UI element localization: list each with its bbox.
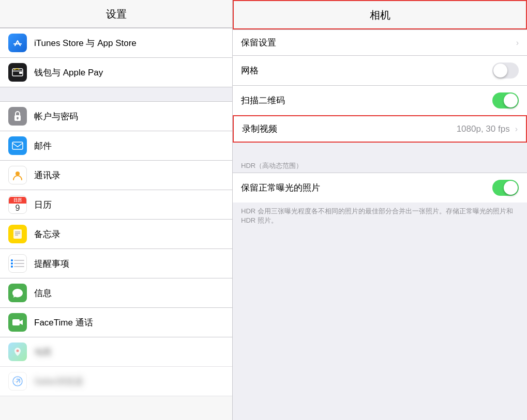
main-panel: 相机 保留设置 › 网格 扫描二维码 <box>233 0 527 420</box>
sidebar-item-accounts[interactable]: 帐户与密码 <box>0 102 232 131</box>
main-title: 相机 <box>370 9 390 21</box>
keepnormal-toggle[interactable] <box>492 180 519 196</box>
mail-icon <box>8 136 27 155</box>
sidebar: 设置 iTunes Store 与 App Store <box>0 0 233 420</box>
messages-icon <box>8 284 27 302</box>
main-header: 相机 <box>233 0 527 29</box>
svg-rect-12 <box>12 319 20 325</box>
settings-section-3: 保留正常曝光的照片 <box>233 173 527 203</box>
sidebar-separator-1 <box>0 87 232 102</box>
scanqr-toggle-knob <box>504 94 518 107</box>
facetime-icon <box>8 313 27 332</box>
grid-label: 网格 <box>241 65 492 76</box>
sidebar-item-contacts[interactable]: 通讯录 <box>0 161 232 190</box>
sidebar-item-facetime[interactable]: FaceTime 通话 <box>0 308 232 337</box>
sidebar-item-messages-label: 信息 <box>34 287 52 299</box>
sidebar-item-appstore-label: iTunes Store 与 App Store <box>34 37 137 49</box>
sidebar-header: 设置 <box>0 0 232 28</box>
preserve-settings-label: 保留设置 <box>241 37 514 49</box>
settings-section-2-highlighted: 录制视频 1080p, 30 fps › <box>233 115 527 143</box>
recordvideo-label: 录制视频 <box>242 123 457 135</box>
grid-toggle-knob <box>493 64 507 77</box>
sidebar-item-mail-label: 邮件 <box>34 140 52 152</box>
sidebar-item-notes[interactable]: 备忘录 <box>0 220 232 249</box>
sidebar-item-reminders[interactable]: 提醒事项 <box>0 249 232 278</box>
notes-icon <box>8 225 27 243</box>
reminders-icon <box>8 254 27 273</box>
sidebar-title: 设置 <box>106 8 127 20</box>
sidebar-item-reminders-label: 提醒事项 <box>34 258 69 270</box>
password-icon <box>8 107 27 126</box>
sidebar-item-appstore[interactable]: iTunes Store 与 App Store <box>0 28 232 58</box>
main-content: 保留设置 › 网格 扫描二维码 <box>233 29 527 420</box>
sidebar-item-wallet[interactable]: 钱包与 Apple Pay <box>0 58 232 87</box>
sidebar-item-mail[interactable]: 邮件 <box>0 131 232 161</box>
sidebar-item-messages[interactable]: 信息 <box>0 278 232 308</box>
sidebar-section-accounts: 帐户与密码 邮件 <box>0 102 232 396</box>
keepnormal-toggle-knob <box>504 181 518 195</box>
settings-section-1: 保留设置 › 网格 扫描二维码 <box>233 29 527 115</box>
recordvideo-chevron: › <box>515 125 518 134</box>
maps-icon <box>8 343 27 361</box>
app-store-icon <box>8 34 27 52</box>
recordvideo-value: 1080p, 30 fps <box>457 124 510 134</box>
sidebar-item-maps-label: 地图 <box>34 346 52 358</box>
contacts-icon <box>8 166 27 184</box>
preserve-chevron: › <box>516 38 519 48</box>
scanqr-toggle[interactable] <box>492 92 519 108</box>
sidebar-item-maps[interactable]: 地图 <box>0 337 232 367</box>
gap-section2-3 <box>233 143 527 157</box>
sidebar-item-contacts-label: 通讯录 <box>34 169 61 181</box>
svg-point-13 <box>17 350 19 352</box>
calendar-icon: 日历 9 <box>8 195 27 214</box>
sidebar-section-store: iTunes Store 与 App Store 钱包与 Apple Pay <box>0 28 232 87</box>
safari-icon <box>8 372 27 391</box>
hdr-section-label: HDR（高动态范围） <box>233 157 527 173</box>
keepnormal-label: 保留正常曝光的照片 <box>241 182 492 194</box>
sidebar-item-facetime-label: FaceTime 通话 <box>34 317 93 329</box>
svg-rect-2 <box>19 72 22 74</box>
settings-item-keepnormal[interactable]: 保留正常曝光的照片 <box>233 173 527 203</box>
settings-item-recordvideo[interactable]: 录制视频 1080p, 30 fps › <box>234 116 526 142</box>
sidebar-item-calendar-label: 日历 <box>34 199 52 211</box>
hdr-footer-text: HDR 会用三张曝光程度各不相同的照片的最佳部分合并出一张照片。存储正常曝光的照… <box>241 207 513 224</box>
grid-toggle[interactable] <box>492 63 519 79</box>
sidebar-items: iTunes Store 与 App Store 钱包与 Apple Pay <box>0 28 232 420</box>
svg-rect-1 <box>12 70 23 72</box>
settings-item-scanqr[interactable]: 扫描二维码 <box>233 86 527 115</box>
svg-point-7 <box>16 172 20 176</box>
svg-rect-8 <box>13 229 22 239</box>
hdr-footer: HDR 会用三张曝光程度各不相同的照片的最佳部分合并出一张照片。存储正常曝光的照… <box>233 203 527 234</box>
sidebar-item-safari-label: Safari浏览器 <box>34 376 83 387</box>
sidebar-item-wallet-label: 钱包与 Apple Pay <box>34 67 103 79</box>
sidebar-item-notes-label: 备忘录 <box>34 228 61 240</box>
scanqr-label: 扫描二维码 <box>241 95 492 106</box>
svg-rect-5 <box>17 118 18 120</box>
sidebar-item-accounts-label: 帐户与密码 <box>34 111 78 122</box>
settings-item-preserve[interactable]: 保留设置 › <box>233 30 527 56</box>
sidebar-item-safari[interactable]: Safari浏览器 <box>0 367 232 396</box>
settings-item-grid[interactable]: 网格 <box>233 56 527 86</box>
sidebar-item-calendar[interactable]: 日历 9 日历 <box>0 190 232 220</box>
svg-rect-6 <box>12 142 23 149</box>
wallet-icon <box>8 63 27 82</box>
